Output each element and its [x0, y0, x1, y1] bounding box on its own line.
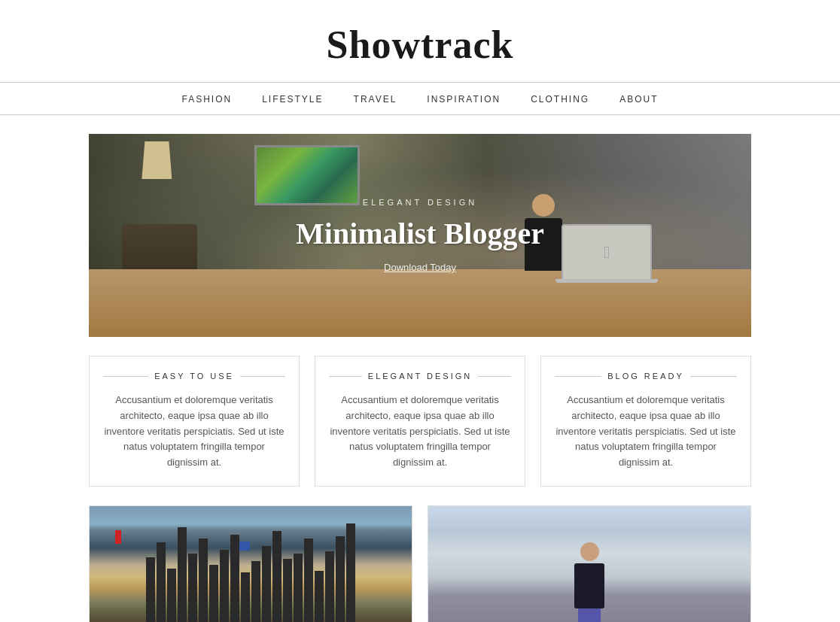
building	[272, 531, 282, 622]
nav-link-clothing[interactable]: CLOTHING	[531, 94, 589, 105]
building	[315, 571, 324, 622]
nav-item-fashion[interactable]: FASHION	[182, 92, 233, 105]
building	[346, 523, 355, 622]
hero-section:  ELEGANT DESIGN Minimalist Blogger Down…	[89, 134, 751, 337]
winter-person	[571, 542, 608, 622]
city-image	[90, 506, 412, 622]
feature-body-easy: Accusantium et doloremque veritatis arch…	[103, 393, 285, 471]
building	[304, 539, 313, 622]
feature-title-blog: BLOG READY	[555, 372, 737, 381]
feature-body-elegant: Accusantium et doloremque veritatis arch…	[329, 393, 511, 471]
nav-item-lifestyle[interactable]: LIFESTYLE	[262, 92, 323, 105]
winter-card[interactable]	[428, 505, 751, 622]
building	[209, 565, 218, 622]
features-section: EASY TO USE Accusantium et doloremque ve…	[89, 356, 751, 487]
feature-title-easy: EASY TO USE	[103, 372, 285, 381]
winter-head	[580, 542, 599, 561]
city-card[interactable]	[89, 505, 412, 622]
building	[178, 527, 187, 622]
building	[199, 539, 208, 622]
nav-item-inspiration[interactable]: INSPIRATION	[427, 92, 501, 105]
building	[241, 572, 250, 622]
feature-title-elegant: ELEGANT DESIGN	[329, 372, 511, 381]
nav-link-about[interactable]: ABOUT	[619, 94, 658, 105]
nav-item-about[interactable]: ABOUT	[619, 92, 658, 105]
building	[157, 542, 166, 622]
nav-item-clothing[interactable]: CLOTHING	[531, 92, 589, 105]
building	[188, 554, 197, 622]
hero-content: ELEGANT DESIGN Minimalist Blogger Downlo…	[89, 134, 751, 337]
winter-image	[428, 506, 750, 622]
building	[262, 546, 271, 622]
main-nav: FASHION LIFESTYLE TRAVEL INSPIRATION CLO…	[0, 82, 840, 115]
feature-card-elegant: ELEGANT DESIGN Accusantium et doloremque…	[315, 356, 525, 487]
winter-legs	[578, 608, 601, 622]
city-buildings	[90, 535, 412, 622]
bottom-cards-section	[89, 505, 751, 622]
feature-body-blog: Accusantium et doloremque veritatis arch…	[555, 393, 737, 471]
building	[230, 535, 239, 622]
building	[167, 569, 176, 622]
nav-link-fashion[interactable]: FASHION	[182, 94, 233, 105]
building	[336, 536, 345, 622]
building	[220, 550, 229, 622]
building	[294, 554, 303, 622]
nav-item-travel[interactable]: TRAVEL	[354, 92, 397, 105]
feature-card-easy: EASY TO USE Accusantium et doloremque ve…	[89, 356, 300, 487]
building	[283, 559, 292, 622]
nav-link-lifestyle[interactable]: LIFESTYLE	[262, 94, 323, 105]
building	[251, 561, 260, 622]
nav-link-travel[interactable]: TRAVEL	[354, 94, 397, 105]
hero-cta-button[interactable]: Download Today	[384, 262, 456, 273]
hero-subtitle: ELEGANT DESIGN	[363, 198, 477, 207]
nav-list: FASHION LIFESTYLE TRAVEL INSPIRATION CLO…	[0, 92, 840, 105]
hero-title: Minimalist Blogger	[296, 216, 544, 251]
winter-body	[574, 563, 604, 608]
site-logo[interactable]: Showtrack	[15, 23, 825, 67]
nav-link-inspiration[interactable]: INSPIRATION	[427, 94, 501, 105]
feature-card-blog: BLOG READY Accusantium et doloremque ver…	[540, 356, 751, 487]
building	[325, 551, 334, 622]
site-header: Showtrack	[0, 0, 840, 82]
building	[146, 557, 155, 622]
